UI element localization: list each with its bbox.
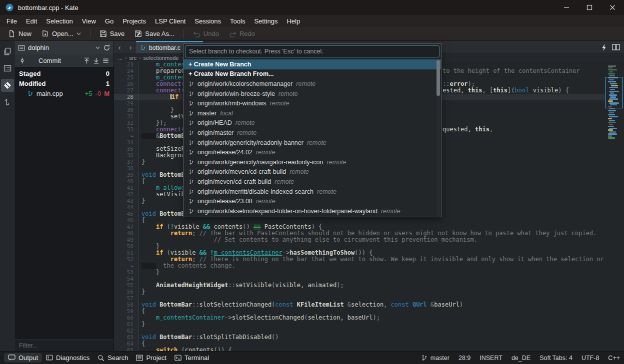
documents-icon[interactable] (1, 45, 14, 58)
code-line-51[interactable]: 51 if (visible && !m_contentsContainer->… (114, 250, 624, 256)
staged-row[interactable]: Staged 0 (15, 68, 114, 78)
menu-tools[interactable]: Tools (226, 16, 250, 26)
branch-action-item[interactable]: + Create New Branch From... (184, 69, 441, 79)
search-button[interactable]: Search (94, 353, 132, 363)
breadcrumb-item[interactable]: selectionmode (144, 55, 179, 61)
maximize-button[interactable] (578, 0, 601, 15)
pull-icon[interactable] (92, 57, 100, 64)
menu-go[interactable]: Go (100, 16, 118, 26)
split-view-icon[interactable] (612, 44, 620, 50)
minimap-viewport[interactable] (605, 77, 623, 108)
branch-item[interactable]: origin/masterremote (184, 128, 441, 138)
undo-button[interactable]: Undo (189, 28, 223, 39)
code-line-wrap[interactable]: ↪ the contents change. (114, 263, 624, 269)
minimap-scrollbar[interactable] (605, 63, 624, 351)
code-line-65[interactable]: 65 switch (contents()) { (114, 347, 624, 351)
code-line-47[interactable]: 47 if (!visible && contents() == PasteCo… (114, 224, 624, 230)
status-branch[interactable]: master (421, 355, 450, 362)
modified-row[interactable]: Modified 1 (15, 78, 114, 88)
code-line-59[interactable]: 59{ (114, 308, 624, 315)
open-button[interactable]: Open... (38, 28, 85, 39)
branch-item[interactable]: origin/work/genericity/navigator-readonl… (184, 157, 441, 167)
line-number: 60 (114, 315, 138, 321)
lightning-icon[interactable] (602, 44, 607, 51)
redo-button[interactable]: Redo (225, 28, 259, 39)
code-line-58[interactable]: 58void BottomBar::slotSelectionChanged(c… (114, 302, 624, 308)
code-line-53[interactable]: 53 } (114, 269, 624, 276)
line-number: 58 (114, 302, 138, 308)
project-selector[interactable]: dolphin (15, 41, 114, 54)
branch-item[interactable]: origin/work/rmb-windowsremote (184, 98, 441, 108)
dictionary[interactable]: de_DE (512, 355, 530, 362)
save-button[interactable]: Save (96, 28, 129, 39)
menu-edit[interactable]: Edit (22, 16, 42, 26)
filter-input[interactable] (15, 342, 114, 349)
branch-item[interactable]: origin/work/genericity/readonly-bannerre… (184, 138, 441, 148)
new-button[interactable]: New (4, 28, 36, 39)
branch-item[interactable]: origin/HEADremote (184, 118, 441, 128)
forward-button[interactable]: › (125, 41, 136, 53)
code-line-64[interactable]: 64{ (114, 341, 624, 347)
branch-item[interactable]: origin/work/merritt/disable-indexed-sear… (184, 187, 441, 197)
menu-view[interactable]: View (78, 16, 100, 26)
code-line-56[interactable]: 56} (114, 289, 624, 295)
encoding[interactable]: UTF-8 (582, 355, 599, 362)
output-button[interactable]: Output (4, 353, 42, 363)
project-list-icon[interactable] (1, 62, 14, 75)
code-line-61[interactable]: 61} (114, 321, 624, 328)
menu-sessions[interactable]: Sessions (190, 16, 226, 26)
code-line-57[interactable]: 57 (114, 295, 624, 302)
breadcrumb-item[interactable]: ... (118, 55, 122, 61)
menu-lsp-client[interactable]: LSP Client (150, 16, 190, 26)
code-line-60[interactable]: 60 m_contentsContainer->slotSelectionCha… (114, 315, 624, 321)
branches-icon[interactable] (1, 96, 14, 109)
commit-button[interactable]: Commit (28, 57, 61, 64)
git-menu-icon[interactable] (102, 57, 110, 64)
popup-scrollbar[interactable] (436, 60, 440, 216)
diagnostics-button[interactable]: Diagnostics (42, 353, 94, 363)
code-line-48[interactable]: 48 return; // The bar with PasteContents… (114, 230, 624, 237)
code-line-46[interactable]: 46{ (114, 217, 624, 224)
branch-item[interactable]: origin/work/kcolorschememanagerremote (184, 79, 441, 89)
menu-settings[interactable]: Settings (250, 16, 282, 26)
popup-scroll-thumb[interactable] (436, 60, 440, 96)
minimap-row (608, 135, 612, 137)
highlight-mode[interactable]: C++ (608, 355, 620, 362)
code-line-50[interactable]: 50 } (114, 243, 624, 250)
push-icon[interactable] (83, 57, 90, 64)
tab-settings[interactable]: Soft Tabs: 4 (540, 355, 572, 362)
branch-item[interactable]: origin/work/win-breeze-styleremote (184, 89, 441, 99)
code-line-52[interactable]: 52 return; // There is nothing on the ba… (114, 256, 624, 263)
code-line-55[interactable]: 55 AnimatedHeightWidget::setVisible(visi… (114, 282, 624, 289)
save-as-button[interactable]: Save As... (130, 28, 178, 39)
modified-file-row[interactable]: main.cpp +5 -0 M (15, 88, 114, 98)
branch-item[interactable]: origin/work/ (184, 216, 441, 217)
branch-item[interactable]: origin/release/24.02remote (184, 147, 441, 157)
code-line-54[interactable]: 54 (114, 276, 624, 282)
menu-projects[interactable]: Projects (118, 16, 150, 26)
code-line-63[interactable]: 63void BottomBar::slotSplitTabDisabled() (114, 334, 624, 341)
code-line-49[interactable]: 49 // Set contents to anything else to c… (114, 237, 624, 243)
branch-action-item[interactable]: + Create New Branch (184, 59, 441, 69)
refresh-icon[interactable] (103, 44, 110, 51)
branch-item[interactable]: origin/work/meven/cd-craft-buildremote (184, 167, 441, 177)
breadcrumb-item[interactable]: src (130, 55, 137, 61)
menu-selection[interactable]: Selection (42, 16, 77, 26)
close-button[interactable] (601, 0, 624, 15)
menu-help[interactable]: Help (282, 16, 304, 26)
cursor-position[interactable]: 28:9 (458, 355, 470, 362)
branch-item[interactable]: origin/work/akselmo/expand-folder-on-hov… (184, 206, 441, 216)
project-button[interactable]: Project (132, 353, 170, 363)
terminal-button[interactable]: Terminal (170, 353, 213, 363)
back-button[interactable]: ‹ (114, 41, 125, 53)
git-tool-icon[interactable] (1, 79, 14, 92)
minimize-button[interactable] (555, 0, 578, 15)
branch-search-input[interactable] (185, 45, 440, 57)
code-line-62[interactable]: 62 (114, 328, 624, 334)
input-mode[interactable]: INSERT (480, 355, 502, 362)
branch-item[interactable]: origin/meven/cd-craft-buildremote (184, 177, 441, 187)
branch-item[interactable]: origin/release/23.08remote (184, 196, 441, 206)
branch-item[interactable]: masterlocal (184, 108, 441, 118)
menu-file[interactable]: File (2, 16, 22, 26)
line-number: 34 (114, 139, 138, 146)
